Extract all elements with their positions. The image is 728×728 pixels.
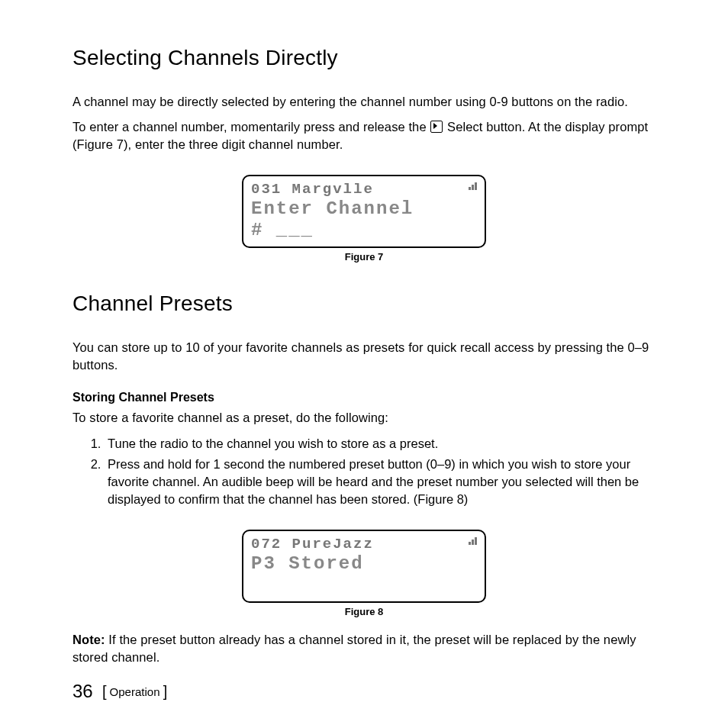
paragraph-intro-2: To enter a channel number, momentarily p… xyxy=(72,118,656,153)
steps-list: Tune the radio to the channel you wish t… xyxy=(72,435,656,508)
figure-7-caption: Figure 7 xyxy=(242,251,486,263)
paragraph-presets-intro: You can store up to 10 of your favorite … xyxy=(72,339,656,374)
note-label: Note: xyxy=(72,633,105,646)
paragraph-storing-intro: To store a favorite channel as a preset,… xyxy=(72,409,656,427)
list-item: Press and hold for 1 second the numbered… xyxy=(105,456,656,508)
lcd-line-1: 031 Margvlle xyxy=(251,181,477,198)
text-fragment: To enter a channel number, momentarily p… xyxy=(72,120,430,134)
figure-7: 031 Margvlle Enter Channel # ___ Figure … xyxy=(242,175,486,263)
lcd-display: 031 Margvlle Enter Channel # ___ xyxy=(242,175,486,248)
note-paragraph: Note: If the preset button already has a… xyxy=(72,631,656,666)
note-text: If the preset button already has a chann… xyxy=(72,633,636,664)
select-button-icon xyxy=(430,121,443,133)
heading-channel-presets: Channel Presets xyxy=(72,292,656,316)
heading-selecting-channels: Selecting Channels Directly xyxy=(72,46,656,70)
paragraph-intro-1: A channel may be directly selected by en… xyxy=(72,93,656,111)
signal-strength-icon xyxy=(469,182,477,190)
lcd-line-1: 072 PureJazz xyxy=(251,536,477,553)
subheading-storing-presets: Storing Channel Presets xyxy=(72,391,656,404)
bracket-close: ] xyxy=(163,683,168,700)
bracket-open: [ xyxy=(102,683,107,700)
figure-8-caption: Figure 8 xyxy=(242,606,486,617)
section-name: Operation xyxy=(110,685,160,698)
lcd-display: 072 PureJazz P3 Stored xyxy=(242,530,486,603)
list-item: Tune the radio to the channel you wish t… xyxy=(105,435,656,453)
lcd-line-2: Enter Channel # ___ xyxy=(251,198,477,240)
lcd-line-2: P3 Stored xyxy=(251,553,477,595)
page-footer: 36 [ Operation ] xyxy=(72,681,167,702)
figure-8: 072 PureJazz P3 Stored Figure 8 xyxy=(242,530,486,617)
signal-strength-icon xyxy=(469,537,477,545)
page-number: 36 xyxy=(72,681,93,701)
